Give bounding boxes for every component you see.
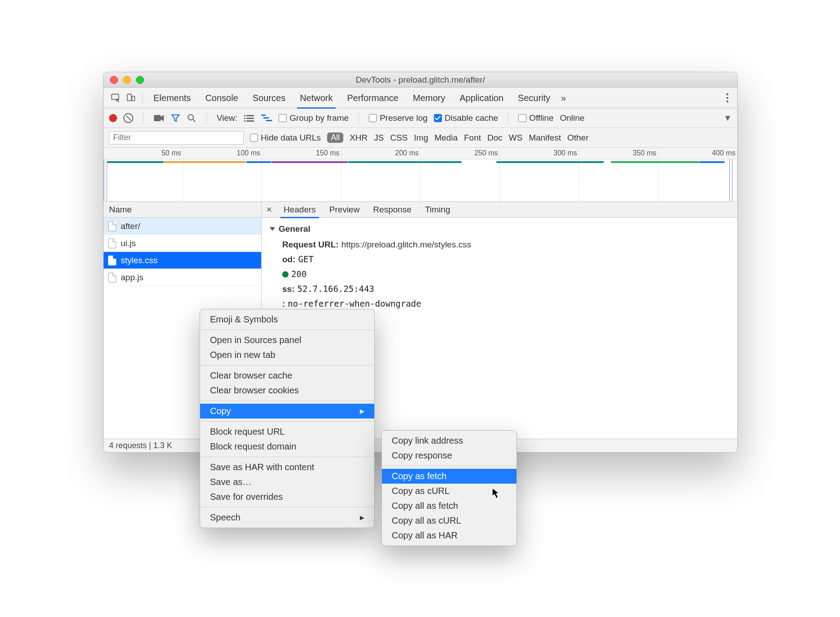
separator	[359, 112, 359, 124]
timeline-handle-right[interactable]	[729, 159, 733, 201]
offline-checkbox[interactable]: Offline	[518, 113, 554, 123]
disable-cache-checkbox[interactable]: Disable cache	[434, 113, 498, 123]
kebab-menu-icon[interactable]	[722, 93, 733, 103]
kv-key: od:	[282, 255, 296, 264]
ctx-copy-link[interactable]: Copy link address	[382, 433, 516, 448]
ctx-open-sources[interactable]: Open in Sources panel	[200, 333, 374, 348]
tabs-overflow-icon[interactable]: »	[557, 88, 569, 108]
request-row[interactable]: after/	[104, 218, 261, 235]
separator	[200, 401, 374, 401]
detail-tab-timing[interactable]: Timing	[418, 202, 457, 218]
record-button[interactable]	[109, 114, 117, 122]
device-toolbar-icon[interactable]	[123, 90, 139, 106]
ctx-block-url[interactable]: Block request URL	[200, 424, 374, 439]
kv-value: 52.7.166.25:443	[297, 284, 374, 294]
network-timeline[interactable]: 50 ms 100 ms 150 ms 200 ms 250 ms 300 ms…	[104, 148, 737, 202]
filter-input[interactable]	[109, 131, 244, 145]
tab-elements[interactable]: Elements	[146, 88, 198, 108]
view-waterfall-icon[interactable]	[261, 114, 272, 122]
filter-type-all[interactable]: All	[327, 132, 343, 143]
chevron-down-icon[interactable]: ▼	[723, 113, 732, 123]
timeline-handle-left[interactable]	[104, 159, 107, 201]
ctx-save-overrides[interactable]: Save for overrides	[200, 489, 374, 504]
titlebar: DevTools - preload.glitch.me/after/	[104, 72, 737, 88]
request-row[interactable]: ui.js	[104, 235, 261, 252]
close-detail-button[interactable]: ×	[262, 204, 277, 216]
view-list-icon[interactable]	[244, 114, 254, 122]
camera-icon[interactable]	[153, 114, 164, 122]
window-minimize-button[interactable]	[123, 76, 131, 84]
ctx-copy-all-as-fetch[interactable]: Copy all as fetch	[382, 498, 516, 513]
separator	[143, 112, 144, 124]
window-zoom-button[interactable]	[136, 76, 144, 84]
ctx-copy-response[interactable]: Copy response	[382, 448, 516, 463]
ctx-open-new-tab[interactable]: Open in new tab	[200, 348, 374, 362]
separator	[382, 466, 516, 466]
filter-type-other[interactable]: Other	[567, 133, 589, 143]
ctx-block-domain[interactable]: Block request domain	[200, 439, 374, 454]
hide-data-urls-label: Hide data URLs	[261, 133, 321, 143]
filter-type-doc[interactable]: Doc	[487, 133, 503, 143]
filter-type-js[interactable]: JS	[374, 133, 384, 143]
general-section[interactable]: General	[270, 224, 729, 234]
filter-type-ws[interactable]: WS	[509, 133, 523, 143]
request-name: after/	[121, 221, 140, 231]
tab-memory[interactable]: Memory	[406, 88, 452, 108]
svg-rect-13	[244, 120, 245, 122]
window-close-button[interactable]	[110, 76, 118, 84]
ctx-copy-submenu[interactable]: Copy	[200, 404, 374, 419]
tab-performance[interactable]: Performance	[340, 88, 406, 108]
request-row[interactable]: app.js	[104, 269, 261, 286]
panel-tabs: Elements Console Sources Network Perform…	[104, 88, 737, 108]
tick-label: 50 ms	[162, 149, 181, 157]
tab-sources[interactable]: Sources	[245, 88, 293, 108]
disclosure-triangle-icon	[270, 227, 275, 231]
separator	[200, 457, 374, 457]
search-icon[interactable]	[187, 113, 197, 123]
filter-type-media[interactable]: Media	[434, 133, 458, 143]
ctx-clear-cookies[interactable]: Clear browser cookies	[200, 383, 374, 398]
tab-console[interactable]: Console	[198, 88, 245, 108]
request-row[interactable]: styles.css	[104, 252, 261, 269]
mouse-cursor-icon	[492, 488, 501, 499]
name-column-header[interactable]: Name	[104, 202, 262, 217]
hide-data-urls-checkbox[interactable]: Hide data URLs	[250, 133, 321, 143]
filter-funnel-icon[interactable]	[171, 113, 180, 123]
ctx-copy-as-fetch[interactable]: Copy as fetch	[382, 469, 516, 484]
kv-key: Request URL:	[282, 240, 339, 249]
inspect-element-icon[interactable]	[108, 90, 123, 106]
tick-label: 350 ms	[633, 149, 656, 157]
detail-tab-response[interactable]: Response	[366, 202, 418, 218]
tick-label: 200 ms	[395, 149, 419, 157]
clear-button[interactable]	[123, 113, 133, 123]
throttling-select[interactable]: Online	[560, 113, 585, 123]
timeline-ticks: 50 ms 100 ms 150 ms 200 ms 250 ms 300 ms…	[104, 148, 737, 159]
ctx-save-har[interactable]: Save as HAR with content	[200, 460, 374, 475]
separator	[142, 92, 143, 104]
filter-type-css[interactable]: CSS	[390, 133, 407, 143]
ctx-copy-all-as-curl[interactable]: Copy all as cURL	[382, 513, 516, 528]
status-text: 4 requests | 1.3 K	[109, 441, 172, 450]
svg-point-3	[726, 93, 729, 95]
filter-type-img[interactable]: Img	[414, 133, 429, 143]
tab-network[interactable]: Network	[293, 88, 340, 108]
group-by-frame-checkbox[interactable]: Group by frame	[279, 113, 349, 123]
ctx-emoji-symbols[interactable]: Emoji & Symbols	[200, 312, 374, 327]
request-name: ui.js	[121, 238, 136, 248]
detail-tab-preview[interactable]: Preview	[323, 202, 367, 218]
ctx-speech-submenu[interactable]: Speech	[200, 510, 374, 525]
filter-type-xhr[interactable]: XHR	[350, 133, 368, 143]
filter-type-font[interactable]: Font	[464, 133, 481, 143]
network-toolbar: View: Group by frame Preserve log Disabl…	[104, 108, 737, 128]
svg-rect-9	[244, 115, 245, 116]
svg-rect-6	[154, 115, 161, 121]
ctx-save-as[interactable]: Save as…	[200, 475, 374, 489]
tab-application[interactable]: Application	[452, 88, 511, 108]
ctx-clear-cache[interactable]: Clear browser cache	[200, 368, 374, 383]
detail-tab-headers[interactable]: Headers	[277, 202, 323, 218]
filter-type-manifest[interactable]: Manifest	[529, 133, 561, 143]
kv-value: GET	[298, 254, 314, 264]
ctx-copy-all-as-har[interactable]: Copy all as HAR	[382, 528, 516, 543]
preserve-log-checkbox[interactable]: Preserve log	[369, 113, 428, 123]
tab-security[interactable]: Security	[511, 88, 557, 108]
